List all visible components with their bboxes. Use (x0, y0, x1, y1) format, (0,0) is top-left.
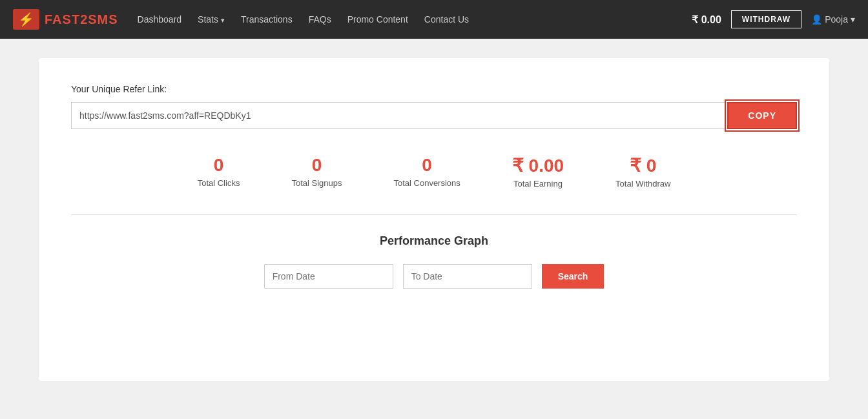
copy-button[interactable]: COPY (727, 102, 797, 129)
nav-item-dashboard[interactable]: Dashboard (138, 14, 182, 25)
search-button[interactable]: Search (542, 264, 604, 289)
to-date-input[interactable] (403, 264, 532, 289)
nav-item-faqs[interactable]: FAQs (309, 14, 331, 25)
stat-total-signups-label: Total Signups (291, 178, 342, 188)
logo-text: FAST2SMS (45, 12, 118, 27)
stat-total-signups: 0 Total Signups (291, 155, 342, 189)
stat-total-conversions-label: Total Conversions (393, 178, 460, 188)
withdraw-button[interactable]: WITHDRAW (731, 10, 801, 28)
logo-text-2: 2 (80, 12, 88, 26)
nav-link-promo-content[interactable]: Promo Content (347, 14, 408, 25)
stats-row: 0 Total Clicks 0 Total Signups 0 Total C… (71, 155, 797, 189)
stat-total-withdraw-label: Total Withdraw (615, 179, 670, 189)
logo-text-sms: SMS (88, 12, 118, 26)
navbar: ⚡ FAST2SMS Dashboard Stats Transactions … (0, 0, 868, 39)
user-name: Pooja (825, 14, 848, 25)
logo-icon: ⚡ (13, 9, 39, 30)
stat-total-earning-label: Total Earning (512, 179, 564, 189)
navbar-right: ₹ 0.00 WITHDRAW 👤 Pooja ▾ (692, 10, 855, 28)
main-card: Your Unique Refer Link: COPY 0 Total Cli… (39, 58, 829, 381)
divider (71, 214, 797, 215)
stat-total-conversions: 0 Total Conversions (393, 155, 460, 189)
user-menu[interactable]: 👤 Pooja ▾ (811, 14, 855, 25)
balance-display: ₹ 0.00 (692, 14, 721, 26)
chevron-down-icon (221, 14, 225, 25)
user-icon: 👤 (811, 14, 822, 25)
main-content: Your Unique Refer Link: COPY 0 Total Cli… (0, 39, 868, 400)
stat-total-earning: ₹ 0.00 Total Earning (512, 155, 564, 189)
logo: ⚡ FAST2SMS (13, 9, 118, 30)
performance-filters: Search (71, 264, 797, 289)
nav-item-stats[interactable]: Stats (198, 14, 225, 25)
refer-link-section: Your Unique Refer Link: COPY (71, 84, 797, 129)
logo-text-fast: FAST (45, 12, 80, 26)
nav-item-contact-us[interactable]: Contact Us (424, 14, 469, 25)
stat-total-conversions-value: 0 (393, 155, 460, 176)
stat-total-signups-value: 0 (291, 155, 342, 176)
performance-title: Performance Graph (71, 234, 797, 248)
from-date-input[interactable] (264, 264, 393, 289)
nav-link-stats[interactable]: Stats (198, 14, 225, 25)
stat-total-withdraw-value: ₹ 0 (615, 155, 670, 176)
nav-item-transactions[interactable]: Transactions (241, 14, 293, 25)
nav-link-contact-us[interactable]: Contact Us (424, 14, 469, 25)
nav-item-promo-content[interactable]: Promo Content (347, 14, 408, 25)
stat-total-clicks-value: 0 (198, 155, 240, 176)
stat-total-clicks-label: Total Clicks (198, 178, 240, 188)
nav-link-transactions[interactable]: Transactions (241, 14, 293, 25)
refer-link-label: Your Unique Refer Link: (71, 84, 797, 94)
refer-link-input[interactable] (71, 102, 727, 129)
stat-total-clicks: 0 Total Clicks (198, 155, 240, 189)
stat-total-earning-value: ₹ 0.00 (512, 155, 564, 176)
nav-link-faqs[interactable]: FAQs (309, 14, 331, 25)
nav-link-dashboard[interactable]: Dashboard (138, 14, 182, 25)
user-chevron-icon: ▾ (851, 14, 855, 25)
performance-section: Performance Graph Search (71, 234, 797, 289)
stat-total-withdraw: ₹ 0 Total Withdraw (615, 155, 670, 189)
navbar-left: ⚡ FAST2SMS Dashboard Stats Transactions … (13, 9, 469, 30)
nav-links: Dashboard Stats Transactions FAQs Promo … (138, 14, 469, 25)
refer-link-row: COPY (71, 102, 797, 129)
